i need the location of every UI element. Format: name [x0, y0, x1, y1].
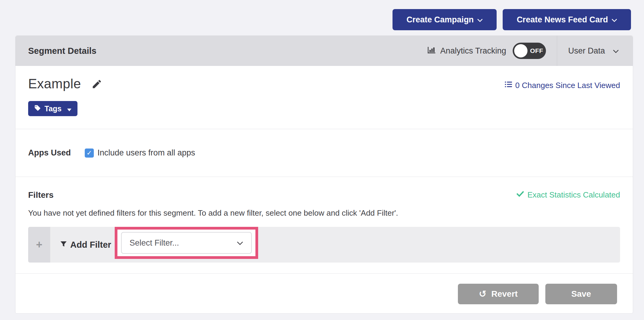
bar-chart-icon	[427, 45, 436, 57]
filters-title: Filters	[28, 190, 54, 200]
filters-header: Filters Exact Statistics Calculated	[28, 190, 620, 200]
toggle-state-label: OFF	[530, 47, 543, 54]
tag-icon	[34, 104, 41, 113]
funnel-filter-icon	[60, 240, 67, 250]
check-icon	[517, 190, 524, 200]
chevron-down-icon	[612, 15, 617, 24]
select-filter-dropdown[interactable]: Select Filter...	[121, 232, 252, 254]
create-news-feed-card-button[interactable]: Create News Feed Card	[503, 9, 631, 30]
edit-pencil-icon[interactable]	[91, 79, 102, 91]
segment-name-section: Example Tags	[15, 66, 633, 129]
add-filter-plus-button[interactable]: +	[28, 227, 50, 263]
changes-since-last-viewed-link[interactable]: 0 Changes Since Last Viewed	[504, 80, 620, 90]
create-campaign-label: Create Campaign	[406, 15, 474, 24]
user-data-dropdown[interactable]: User Data	[568, 46, 620, 56]
include-all-apps-label: Include users from all apps	[97, 148, 195, 158]
include-all-apps-checkbox[interactable]: ✓	[85, 149, 94, 158]
chevron-down-icon	[477, 15, 483, 24]
toggle-knob	[514, 44, 527, 57]
card-footer: ↺ Revert Save	[15, 273, 633, 314]
annotation-highlight-box: Select Filter...	[115, 227, 258, 259]
segment-name: Example	[28, 76, 81, 91]
revert-button[interactable]: ↺ Revert	[458, 284, 539, 304]
apps-used-section: Apps Used ✓ Include users from all apps	[15, 129, 633, 177]
card-header-actions: Analytics Tracking OFF User Data	[427, 36, 620, 66]
changelog-list-icon	[504, 80, 512, 90]
create-campaign-button[interactable]: Create Campaign	[393, 9, 497, 30]
revert-label: Revert	[491, 289, 518, 299]
select-filter-placeholder: Select Filter...	[130, 238, 179, 248]
chevron-down-icon	[613, 46, 619, 56]
topbar: Create Campaign Create News Feed Card	[393, 9, 631, 30]
statistics-status: Exact Statistics Calculated	[517, 190, 620, 200]
analytics-toggle[interactable]: OFF	[513, 43, 546, 59]
include-all-apps-option[interactable]: ✓ Include users from all apps	[85, 148, 195, 158]
tags-label: Tags	[44, 104, 62, 113]
filters-empty-text: You have not yet defined filters for thi…	[28, 208, 620, 218]
apps-used-label: Apps Used	[28, 148, 71, 158]
analytics-tracking-label: Analytics Tracking	[440, 46, 506, 56]
add-filter-label: Add Filter	[70, 240, 111, 250]
chevron-down-icon	[237, 238, 243, 248]
statistics-status-label: Exact Statistics Calculated	[527, 190, 620, 200]
analytics-tracking: Analytics Tracking OFF	[427, 43, 546, 59]
revert-icon: ↺	[479, 289, 486, 299]
add-filter-row: + Add Filter Select Filter...	[28, 227, 620, 263]
create-news-feed-card-label: Create News Feed Card	[517, 15, 608, 24]
card-header: Segment Details Analytics Tracking OFF	[15, 36, 633, 66]
plus-icon: +	[36, 238, 42, 251]
changes-link-label: 0 Changes Since Last Viewed	[515, 81, 620, 90]
save-label: Save	[571, 289, 591, 299]
caret-down-icon	[67, 104, 71, 113]
page-title: Segment Details	[28, 46, 97, 56]
segment-details-card: Segment Details Analytics Tracking OFF	[15, 35, 633, 314]
tags-button[interactable]: Tags	[28, 101, 77, 116]
header-divider	[557, 36, 557, 66]
add-filter-label-group: Add Filter	[60, 240, 111, 250]
save-button[interactable]: Save	[545, 284, 617, 304]
filters-section: Filters Exact Statistics Calculated You …	[15, 177, 633, 273]
user-data-label: User Data	[568, 46, 605, 56]
